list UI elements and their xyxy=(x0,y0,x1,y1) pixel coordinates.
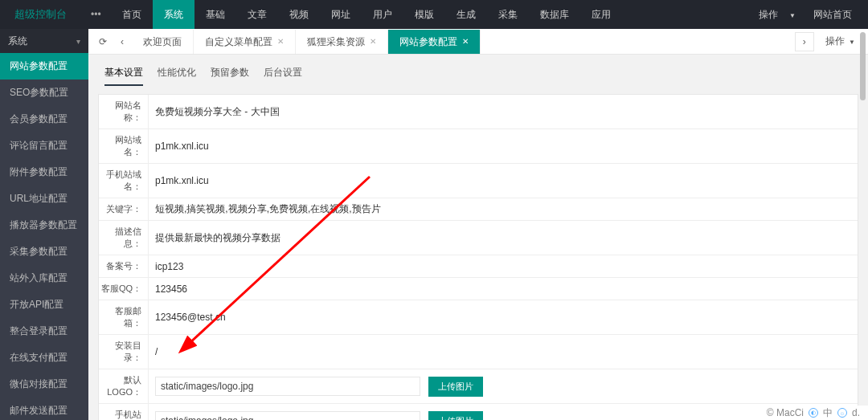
scrollbar[interactable] xyxy=(857,29,868,406)
topnav-视频[interactable]: 视频 xyxy=(278,0,320,29)
input-mlogo[interactable] xyxy=(155,411,420,420)
sidebar-item[interactable]: 微信对接配置 xyxy=(0,371,88,398)
footer: © MacCi ◐ 中 ☼ d. xyxy=(759,406,868,420)
tab[interactable]: 欢迎页面 xyxy=(132,30,194,54)
sidebar-item[interactable]: 在线支付配置 xyxy=(0,345,88,371)
label-site-name: 网站名称： xyxy=(99,95,149,128)
sidebar-item[interactable]: 站外入库配置 xyxy=(0,265,88,292)
sidebar-item[interactable]: URL地址配置 xyxy=(0,186,88,212)
val-site-domain: p1mk.xnl.icu xyxy=(155,141,209,152)
label-desc: 描述信息： xyxy=(99,221,149,255)
subtab[interactable]: 预留参数 xyxy=(211,66,249,86)
label-mobile-domain: 手机站域名： xyxy=(99,164,149,198)
sidebar-item[interactable]: 会员参数配置 xyxy=(0,106,88,133)
label-keywords: 关键字： xyxy=(99,198,149,220)
close-icon[interactable]: ✕ xyxy=(277,30,284,54)
sidebar-item[interactable]: 附件参数配置 xyxy=(0,159,88,186)
tab[interactable]: 狐狸采集资源✕ xyxy=(296,30,388,54)
upload-mlogo-button[interactable]: 上传图片 xyxy=(428,411,483,421)
label-email: 客服邮箱： xyxy=(99,300,149,334)
subtab[interactable]: 后台设置 xyxy=(264,66,302,86)
form-panel: 网站名称： 免费短视频分享大全 - 大中国 网站域名： p1mk.xnl.icu… xyxy=(98,94,858,420)
sidebar-item[interactable]: 采集参数配置 xyxy=(0,239,88,265)
top-nav: 首页系统基础文章视频网址用户模版生成采集数据库应用 xyxy=(111,0,622,29)
tab[interactable]: 网站参数配置✕ xyxy=(388,30,481,54)
topnav-数据库[interactable]: 数据库 xyxy=(529,0,580,29)
tab-next[interactable]: › xyxy=(795,32,814,51)
val-site-name: 免费短视频分享大全 - 大中国 xyxy=(155,105,280,119)
brand: 超级控制台 xyxy=(0,7,81,22)
topnav-用户[interactable]: 用户 xyxy=(362,0,403,29)
sidebar-item[interactable]: 网站参数配置 xyxy=(0,53,88,80)
topnav-基础[interactable]: 基础 xyxy=(194,0,236,29)
val-icp: icp123 xyxy=(155,261,183,272)
sidebar-item[interactable]: 开放API配置 xyxy=(0,292,88,318)
top-site-home[interactable]: 网站首页 xyxy=(809,8,857,22)
sidebar-item[interactable]: 播放器参数配置 xyxy=(0,212,88,239)
sidebar-title: 系统 xyxy=(8,35,27,48)
topnav-首页[interactable]: 首页 xyxy=(111,0,153,29)
label-install: 安装目录： xyxy=(99,335,149,369)
label-logo: 默认LOGO： xyxy=(99,369,149,403)
sidebar-header[interactable]: 系统 ▾ xyxy=(0,29,88,53)
val-mobile-domain: p1mk.xnl.icu xyxy=(155,175,209,186)
tab[interactable]: 自定义菜单配置✕ xyxy=(194,30,296,54)
close-icon[interactable]: ✕ xyxy=(462,30,469,54)
val-qq: 123456 xyxy=(155,283,187,295)
sidebar-list: 网站参数配置SEO参数配置会员参数配置评论留言配置附件参数配置URL地址配置播放… xyxy=(0,53,88,420)
more-icon[interactable]: ••• xyxy=(81,9,111,20)
sidebar-item[interactable]: 评论留言配置 xyxy=(0,133,88,159)
topnav-网址[interactable]: 网址 xyxy=(320,0,362,29)
val-install: / xyxy=(155,346,158,357)
topnav-文章[interactable]: 文章 xyxy=(236,0,278,29)
tab-prev[interactable]: ‹ xyxy=(113,32,132,51)
footer-icon[interactable]: ◐ xyxy=(809,408,818,418)
tabs: 欢迎页面自定义菜单配置✕狐狸采集资源✕网站参数配置✕ xyxy=(132,30,795,54)
subtab[interactable]: 基本设置 xyxy=(104,66,143,86)
refresh-icon[interactable]: ⟳ xyxy=(93,32,113,51)
footer-icon2[interactable]: ☼ xyxy=(837,408,847,418)
top-op[interactable]: 操作▼ xyxy=(749,8,805,22)
label-qq: 客服QQ： xyxy=(99,278,149,300)
val-keywords: 短视频,搞笑视频,视频分享,免费视频,在线视频,预告片 xyxy=(155,202,381,216)
label-mlogo: 手机站LOGO： xyxy=(99,404,149,420)
topnav-采集[interactable]: 采集 xyxy=(487,0,529,29)
close-icon[interactable]: ✕ xyxy=(370,30,376,54)
val-email: 123456@test.cn xyxy=(155,312,226,323)
subtabs: 基本设置性能优化预留参数后台设置 xyxy=(98,61,858,94)
sidebar-item[interactable]: 邮件发送配置 xyxy=(0,398,88,420)
label-site-domain: 网站域名： xyxy=(99,129,149,163)
subtab[interactable]: 性能优化 xyxy=(158,66,196,86)
topnav-系统[interactable]: 系统 xyxy=(153,0,194,29)
val-desc: 提供最新最快的视频分享数据 xyxy=(155,231,280,245)
topnav-模版[interactable]: 模版 xyxy=(403,0,445,29)
topnav-生成[interactable]: 生成 xyxy=(445,0,487,29)
label-icp: 备案号： xyxy=(99,255,149,277)
chevron-down-icon: ▾ xyxy=(76,37,80,46)
sidebar-item[interactable]: SEO参数配置 xyxy=(0,80,88,106)
topnav-应用[interactable]: 应用 xyxy=(580,0,622,29)
sidebar-item[interactable]: 整合登录配置 xyxy=(0,318,88,345)
upload-logo-button[interactable]: 上传图片 xyxy=(428,377,483,397)
input-logo[interactable] xyxy=(155,377,420,396)
